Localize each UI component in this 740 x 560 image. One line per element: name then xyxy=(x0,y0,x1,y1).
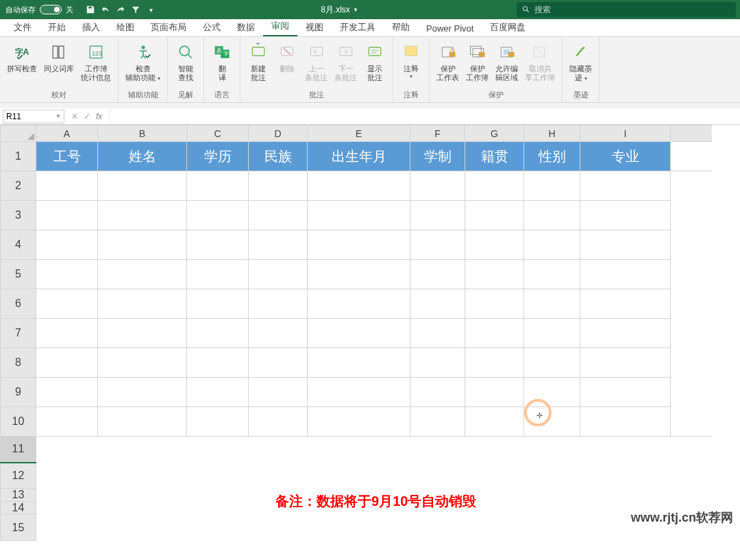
undo-icon[interactable] xyxy=(101,5,110,14)
cell[interactable] xyxy=(308,378,410,407)
cell[interactable] xyxy=(671,230,712,260)
cell[interactable] xyxy=(187,289,249,319)
cell[interactable] xyxy=(410,319,465,348)
cell[interactable] xyxy=(36,289,98,319)
cell[interactable]: 性别 xyxy=(524,142,580,171)
cell[interactable] xyxy=(36,437,712,463)
cell[interactable] xyxy=(187,319,249,348)
cell[interactable]: 工号 xyxy=(36,142,98,171)
cell[interactable] xyxy=(187,407,249,437)
cell[interactable] xyxy=(465,319,524,348)
col-header-a[interactable]: A xyxy=(36,125,98,142)
cell[interactable] xyxy=(36,230,98,260)
note-cell[interactable]: 备注：数据将于9月10号自动销毁 xyxy=(36,489,712,515)
cell[interactable] xyxy=(524,201,580,230)
cell[interactable] xyxy=(580,260,671,289)
cell[interactable] xyxy=(671,260,712,289)
col-header-h[interactable]: H xyxy=(524,125,580,142)
cell[interactable] xyxy=(187,348,249,378)
cell[interactable] xyxy=(580,319,671,348)
cell[interactable] xyxy=(465,378,524,407)
cell[interactable] xyxy=(98,201,187,230)
row-header[interactable]: 14 xyxy=(1,502,36,515)
cell[interactable] xyxy=(465,348,524,378)
cell[interactable] xyxy=(671,201,712,230)
spreadsheet[interactable]: A B C D E F G H I 1 工号 姓名 学历 民族 出生年月 学制 … xyxy=(0,125,740,541)
cell[interactable] xyxy=(98,289,187,319)
cell[interactable] xyxy=(249,407,308,437)
cell[interactable] xyxy=(410,201,465,230)
allow-edit-button[interactable]: 允许编 辑区域 xyxy=(493,40,521,84)
cell[interactable] xyxy=(249,319,308,348)
notes-button[interactable]: 注释 ▾ xyxy=(397,40,425,81)
cell[interactable] xyxy=(410,171,465,201)
cell[interactable] xyxy=(580,171,671,201)
cell[interactable] xyxy=(249,260,308,289)
tab-formulas[interactable]: 公式 xyxy=(195,18,229,36)
cell[interactable]: 出生年月 xyxy=(308,142,410,171)
tab-developer[interactable]: 开发工具 xyxy=(332,18,384,36)
check-accessibility-button[interactable]: 检查 辅助功能 ▾ xyxy=(123,40,163,84)
cell[interactable] xyxy=(36,348,98,378)
tab-file[interactable]: 文件 xyxy=(5,18,40,36)
cell[interactable] xyxy=(187,230,249,260)
cell[interactable] xyxy=(524,171,580,201)
cell[interactable] xyxy=(465,407,524,437)
tab-powerpivot[interactable]: Power Pivot xyxy=(418,20,482,36)
cell[interactable] xyxy=(36,260,98,289)
protect-workbook-button[interactable]: 保护 工作簿 xyxy=(463,40,491,84)
cell[interactable] xyxy=(524,260,580,289)
cell[interactable] xyxy=(580,348,671,378)
row-header[interactable]: 6 xyxy=(1,289,36,319)
cell[interactable] xyxy=(580,407,671,437)
col-header-d[interactable]: D xyxy=(249,125,308,142)
cell[interactable] xyxy=(580,230,671,260)
cell[interactable] xyxy=(671,378,712,407)
smart-lookup-button[interactable]: 智能 查找 xyxy=(172,40,199,84)
col-header-c[interactable]: C xyxy=(187,125,249,142)
tab-review[interactable]: 审阅 xyxy=(263,16,297,36)
translate-button[interactable]: あ字 翻 译 xyxy=(208,40,236,84)
cell[interactable] xyxy=(524,230,580,260)
cell[interactable] xyxy=(249,378,308,407)
cell[interactable] xyxy=(465,289,524,319)
cell[interactable]: 学制 xyxy=(410,142,465,171)
cell[interactable] xyxy=(410,260,465,289)
cell[interactable] xyxy=(308,289,410,319)
cell[interactable] xyxy=(580,201,671,230)
cell[interactable] xyxy=(187,171,249,201)
cell[interactable] xyxy=(249,201,308,230)
cell[interactable] xyxy=(524,407,580,437)
cell[interactable] xyxy=(187,260,249,289)
thesaurus-button[interactable]: 同义词库 xyxy=(41,40,77,75)
redo-icon[interactable] xyxy=(116,5,125,14)
cell[interactable] xyxy=(524,378,580,407)
cell[interactable] xyxy=(308,407,410,437)
cell[interactable] xyxy=(249,348,308,378)
cell[interactable]: 姓名 xyxy=(98,142,187,171)
row-header[interactable]: 5 xyxy=(1,260,36,289)
name-box[interactable]: R11 ▼ xyxy=(3,110,64,123)
cell[interactable] xyxy=(671,289,712,319)
cell[interactable] xyxy=(308,348,410,378)
col-header-i[interactable]: I xyxy=(580,125,671,142)
cell[interactable] xyxy=(36,378,98,407)
cell[interactable] xyxy=(524,319,580,348)
cell[interactable] xyxy=(36,319,98,348)
cell[interactable] xyxy=(36,463,712,489)
cell[interactable] xyxy=(465,171,524,201)
toggle-switch[interactable] xyxy=(40,5,62,14)
cell[interactable] xyxy=(671,171,712,201)
row-header[interactable]: 4 xyxy=(1,230,36,260)
tab-view[interactable]: 视图 xyxy=(297,18,332,36)
cell[interactable] xyxy=(410,289,465,319)
cell[interactable] xyxy=(36,171,98,201)
save-icon[interactable] xyxy=(86,5,95,14)
tab-baidu[interactable]: 百度网盘 xyxy=(482,18,534,36)
cell[interactable] xyxy=(98,230,187,260)
cell[interactable] xyxy=(671,348,712,378)
cell[interactable] xyxy=(187,378,249,407)
select-all[interactable] xyxy=(1,125,36,142)
tab-pagelayout[interactable]: 页面布局 xyxy=(143,18,195,36)
tab-draw[interactable]: 绘图 xyxy=(108,18,143,36)
